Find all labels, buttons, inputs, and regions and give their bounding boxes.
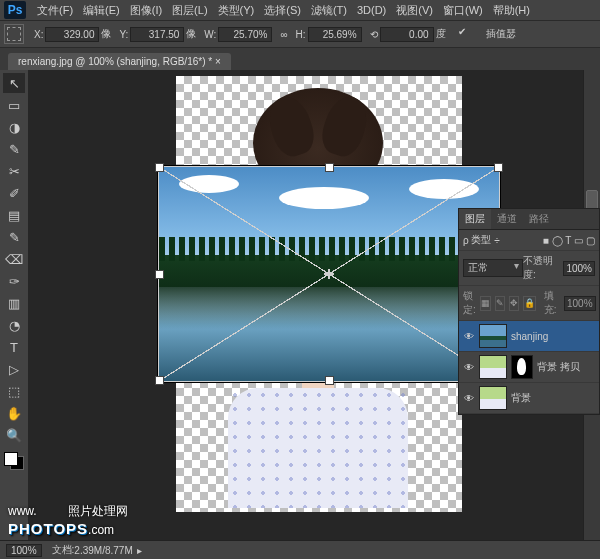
interp-label: 插值瑟 [486, 27, 516, 41]
document-tab-bar: renxiang.jpg @ 100% (shanjing, RGB/16*) … [0, 48, 600, 71]
lasso-tool[interactable]: ◑ [3, 117, 25, 137]
visibility-icon[interactable]: 👁 [463, 362, 475, 373]
hand-tool[interactable]: ✋ [3, 403, 25, 423]
color-swatch[interactable] [4, 452, 24, 470]
type-tool[interactable]: T [3, 337, 25, 357]
gradient-tool[interactable]: ▥ [3, 293, 25, 313]
transform-handle-n[interactable] [325, 163, 334, 172]
filter-shape-icon[interactable]: ▭ [574, 235, 583, 246]
layer-thumbnail[interactable] [479, 324, 507, 348]
layer-mask-thumbnail[interactable] [511, 355, 533, 379]
layer-row-bg-copy[interactable]: 👁 背景 拷贝 [459, 352, 599, 383]
menu-edit[interactable]: 编辑(E) [78, 3, 125, 18]
fill-input[interactable]: 100% [564, 296, 596, 311]
x-unit: 像 [101, 27, 111, 41]
menu-filter[interactable]: 滤镜(T) [306, 3, 352, 18]
h-input[interactable]: 25.69% [308, 27, 362, 42]
document-tab[interactable]: renxiang.jpg @ 100% (shanjing, RGB/16*) … [8, 53, 231, 70]
layer-name[interactable]: 背景 [511, 391, 595, 405]
visibility-icon[interactable]: 👁 [463, 393, 475, 404]
layer-thumbnail[interactable] [479, 355, 507, 379]
status-bar: 100% 文档: 2.39M/8.77M ▸ [0, 540, 600, 559]
angle-field: ⟲ 0.00 度 [370, 27, 446, 42]
layer-name[interactable]: 背景 拷贝 [537, 360, 595, 374]
brush-tool[interactable]: ✎ [3, 227, 25, 247]
transform-bounding-box[interactable] [158, 166, 500, 382]
lock-all-icon[interactable]: 🔒 [523, 296, 536, 311]
zoom-tool[interactable]: 🔍 [3, 425, 25, 445]
shape-tool[interactable]: ⬚ [3, 381, 25, 401]
link-wh-icon[interactable]: ∞ [280, 29, 287, 40]
angle-unit: 度 [436, 27, 446, 41]
filter-pixel-icon[interactable]: ■ [543, 235, 549, 246]
transform-handle-ne[interactable] [494, 163, 503, 172]
blend-mode-dropdown[interactable]: 正常 [463, 259, 523, 277]
opacity-input[interactable]: 100% [563, 261, 595, 276]
menu-select[interactable]: 选择(S) [259, 3, 306, 18]
lock-transparent-icon[interactable]: ▦ [480, 296, 491, 311]
layer-row-background[interactable]: 👁 背景 [459, 383, 599, 414]
ponytail-right [317, 91, 374, 160]
y-unit: 像 [186, 27, 196, 41]
menu-file[interactable]: 文件(F) [32, 3, 78, 18]
x-input[interactable]: 329.00 [45, 27, 99, 42]
layer-name[interactable]: shanjing [511, 331, 595, 342]
angle-icon: ⟲ [370, 29, 378, 40]
layer-thumbnail[interactable] [479, 386, 507, 410]
ponytail-left [263, 91, 320, 160]
y-input[interactable]: 317.50 [130, 27, 184, 42]
eraser-tool[interactable]: ✑ [3, 271, 25, 291]
tab-channels[interactable]: 通道 [491, 209, 523, 229]
menu-type[interactable]: 类型(Y) [213, 3, 260, 18]
pen-tool[interactable]: ▷ [3, 359, 25, 379]
healing-tool[interactable]: ▤ [3, 205, 25, 225]
zoom-level-input[interactable]: 100% [6, 544, 42, 557]
menu-help[interactable]: 帮助(H) [488, 3, 535, 18]
filter-kind-dropdown-icon[interactable]: ÷ [494, 235, 500, 246]
transform-handle-nw[interactable] [155, 163, 164, 172]
dodge-tool[interactable]: ◔ [3, 315, 25, 335]
menu-layer[interactable]: 图层(L) [167, 3, 212, 18]
watermark-www: www. [8, 504, 37, 518]
w-label: W: [204, 29, 216, 40]
transform-center-icon[interactable] [324, 269, 334, 279]
watermark-cn: 照片处理网 [68, 504, 128, 518]
filter-kind-label[interactable]: 类型 [471, 233, 491, 247]
reference-point-icon[interactable] [4, 24, 24, 44]
filter-kind-icon[interactable]: ρ [463, 235, 469, 246]
marquee-tool[interactable]: ▭ [3, 95, 25, 115]
transform-handle-w[interactable] [155, 270, 164, 279]
lock-pixels-icon[interactable]: ✎ [495, 296, 505, 311]
doc-size-value: 2.39M/8.77M [74, 545, 132, 556]
menu-3d[interactable]: 3D(D) [352, 4, 391, 16]
transform-handle-sw[interactable] [155, 376, 164, 385]
angle-input[interactable]: 0.00 [380, 27, 434, 42]
tab-layers[interactable]: 图层 [459, 209, 491, 229]
move-tool[interactable]: ↖ [3, 73, 25, 93]
layer-row-shanjing[interactable]: 👁 shanjing [459, 321, 599, 352]
menu-image[interactable]: 图像(I) [125, 3, 167, 18]
magic-wand-tool[interactable]: ✎ [3, 139, 25, 159]
clone-tool[interactable]: ⌫ [3, 249, 25, 269]
lock-position-icon[interactable]: ✥ [509, 296, 519, 311]
w-input[interactable]: 25.70% [218, 27, 272, 42]
filter-type-icon[interactable]: T [565, 235, 571, 246]
menu-view[interactable]: 视图(V) [391, 3, 438, 18]
menu-window[interactable]: 窗口(W) [438, 3, 488, 18]
placed-reflection [159, 287, 499, 381]
commit-icon[interactable]: ✔ [458, 26, 474, 42]
eyedropper-tool[interactable]: ✐ [3, 183, 25, 203]
app-logo: Ps [4, 1, 26, 19]
opacity-label: 不透明度: [523, 254, 560, 282]
doc-size-chevron-icon[interactable]: ▸ [137, 545, 142, 556]
filter-smart-icon[interactable]: ▢ [586, 235, 595, 246]
x-field: X: 329.00 像 [34, 27, 111, 42]
options-bar: X: 329.00 像 Y: 317.50 像 W: 25.70% ∞ H: 2… [0, 21, 600, 48]
visibility-icon[interactable]: 👁 [463, 331, 475, 342]
crop-tool[interactable]: ✂ [3, 161, 25, 181]
transform-handle-s[interactable] [325, 376, 334, 385]
tab-paths[interactable]: 路径 [523, 209, 555, 229]
filter-adjust-icon[interactable]: ◯ [552, 235, 563, 246]
menu-bar: Ps 文件(F) 编辑(E) 图像(I) 图层(L) 类型(Y) 选择(S) 滤… [0, 0, 600, 21]
foreground-color-swatch[interactable] [4, 452, 18, 466]
